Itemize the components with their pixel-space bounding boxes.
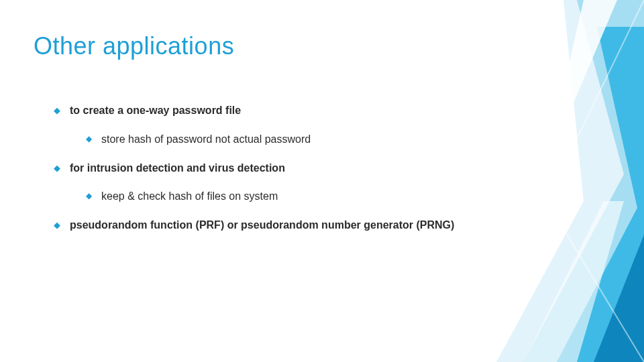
- svg-marker-1: [523, 0, 644, 362]
- svg-marker-0: [496, 0, 644, 362]
- bullet-item: ◆ for intrusion detection and virus dete…: [54, 162, 496, 176]
- bullet-text: store hash of password not actual passwo…: [101, 133, 496, 147]
- slide: Other applications ◆ to create a one-way…: [0, 0, 644, 362]
- bullet-text: keep & check hash of files on system: [101, 190, 496, 204]
- slide-body: ◆ to create a one-way password file ◆ st…: [54, 104, 496, 247]
- svg-marker-3: [594, 101, 644, 362]
- bullet-text: pseudorandom function (PRF) or pseudoran…: [70, 219, 496, 233]
- bullet-text: to create a one-way password file: [70, 104, 496, 118]
- bullet-icon: ◆: [54, 163, 60, 174]
- bullet-icon: ◆: [54, 105, 60, 117]
- svg-marker-5: [523, 201, 624, 362]
- bullet-item: ◆ pseudorandom function (PRF) or pseudor…: [54, 219, 496, 233]
- bullet-icon: ◆: [86, 134, 92, 145]
- bullet-icon: ◆: [54, 220, 60, 231]
- bullet-subitem: ◆ store hash of password not actual pass…: [86, 133, 496, 147]
- bullet-text: for intrusion detection and virus detect…: [70, 162, 496, 176]
- slide-title: Other applications: [34, 32, 234, 60]
- bullet-item: ◆ to create a one-way password file: [54, 104, 496, 118]
- bullet-subitem: ◆ keep & check hash of files on system: [86, 190, 496, 204]
- bullet-icon: ◆: [86, 191, 92, 202]
- svg-marker-4: [543, 0, 617, 174]
- svg-marker-2: [557, 27, 644, 362]
- decorative-triangles: [483, 0, 644, 362]
